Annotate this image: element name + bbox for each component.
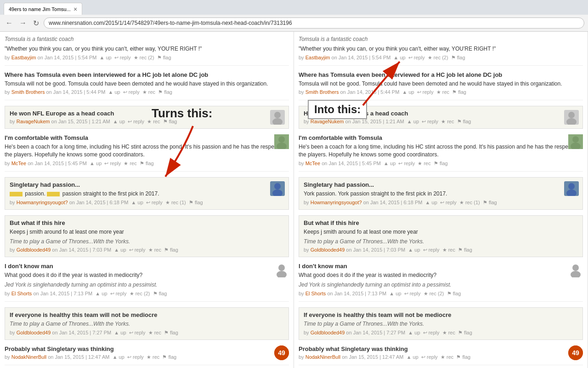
svg-point-7 bbox=[277, 271, 287, 277]
svg-point-3 bbox=[277, 143, 287, 149]
comment-title: He won NFL Europe as a head coach bbox=[304, 110, 578, 117]
comment-body: passion. passion straight to the first p… bbox=[10, 190, 284, 198]
comment-author[interactable]: McTee bbox=[305, 161, 320, 166]
list-item: But what if this hire Keeps j smith arou… bbox=[299, 215, 583, 258]
comment-meta: by NodakNinerBull on Jan 15, 2015 | 12:4… bbox=[5, 354, 289, 360]
comment-title: I'm comfortable with Tomsula bbox=[5, 134, 289, 141]
right-pane: Tomsula is a fantastic coach "Whether yo… bbox=[294, 32, 588, 368]
comment-author[interactable]: NodakNinerBull bbox=[305, 354, 340, 360]
comment-author[interactable]: Eastbayjim bbox=[11, 55, 36, 60]
list-item: Tomsula is a fantastic coach "Whether yo… bbox=[5, 35, 289, 66]
comment-author[interactable]: El Shorts bbox=[305, 291, 326, 296]
comment-meta: by McTee on Jan 14, 2015 | 5:45 PM ▲ up … bbox=[299, 161, 583, 167]
avatar bbox=[270, 181, 285, 196]
tab-close-button[interactable]: × bbox=[74, 6, 77, 13]
avatar bbox=[564, 181, 579, 196]
avatar: 49 bbox=[274, 345, 289, 360]
comment-author[interactable]: Howmanyringsyougot? bbox=[17, 200, 68, 205]
comment-meta: by McTee on Jan 14, 2015 | 5:45 PM ▲ up … bbox=[5, 161, 289, 167]
svg-point-6 bbox=[278, 264, 285, 271]
svg-point-13 bbox=[572, 136, 579, 143]
profanity-block bbox=[10, 192, 23, 196]
list-item: He won NFL Europe as a head coach by Rav… bbox=[299, 106, 583, 129]
comment-meta: by Eastbayjim on Jan 14, 2015 | 5:54 PM … bbox=[5, 55, 289, 61]
comment-author[interactable]: Goldblooded49 bbox=[311, 330, 345, 335]
comment-body-italic: Time to play a Game of Thrones...With th… bbox=[10, 320, 284, 328]
comment-body: What good does it do if the year is wast… bbox=[5, 271, 289, 279]
comment-title: But what if this hire bbox=[304, 219, 578, 226]
avatar: 49 bbox=[568, 345, 583, 360]
right-pane-wrapper: Tomsula is a fantastic coach "Whether yo… bbox=[294, 32, 588, 368]
comment-body-italic: Time to play a Game of Thrones...With th… bbox=[304, 238, 578, 246]
comment-author[interactable]: Goldblooded49 bbox=[17, 247, 51, 253]
comment-title: If everyone is healthy this team will no… bbox=[304, 311, 578, 318]
comment-meta: by El Shorts on Jan 14, 2015 | 7:13 PM ▲… bbox=[5, 291, 289, 297]
comment-title: Singletary had passion... bbox=[304, 181, 578, 188]
comment-body-italic: Time to play a Game of Thrones...With th… bbox=[10, 238, 284, 246]
list-item: 49 Probably what Singletary was thinking… bbox=[299, 345, 583, 365]
comment-title: Where has Tomsula even been interviewed … bbox=[299, 71, 583, 78]
browser-tab[interactable]: 49ers to name Jim Tomsu... × bbox=[4, 3, 82, 15]
comment-title: But what if this hire bbox=[10, 219, 284, 226]
tab-title: 49ers to name Jim Tomsu... bbox=[9, 6, 71, 12]
comment-meta: by Goldblooded49 on Jan 14, 2015 | 7:03 … bbox=[10, 247, 284, 253]
back-button[interactable]: ← bbox=[4, 18, 15, 28]
svg-point-15 bbox=[568, 183, 575, 190]
address-bar[interactable] bbox=[44, 17, 584, 29]
svg-point-5 bbox=[272, 190, 283, 196]
browser-chrome: 49ers to name Jim Tomsu... × ← → ↻ bbox=[0, 0, 588, 32]
forward-button[interactable]: → bbox=[17, 18, 28, 28]
comment-author[interactable]: RavageNukem bbox=[311, 119, 344, 124]
svg-point-17 bbox=[572, 264, 579, 271]
refresh-button[interactable]: ↻ bbox=[31, 18, 41, 29]
comment-meta: by Smith Brothers on Jan 14, 2015 | 5:44… bbox=[5, 89, 289, 95]
list-item: Where has Tomsula even been interviewed … bbox=[5, 71, 289, 101]
comment-title: Probably what Singletary was thinking bbox=[5, 345, 289, 352]
avatar bbox=[274, 134, 289, 149]
list-item: I'm comfortable with Tomsula He's been a… bbox=[299, 134, 583, 172]
comment-author[interactable]: Goldblooded49 bbox=[17, 330, 51, 335]
list-item: I'm comfortable with Tomsula He's been a… bbox=[5, 134, 289, 172]
svg-point-18 bbox=[571, 271, 581, 277]
comment-body: Tomsula will not be good. Tomsula could … bbox=[299, 80, 583, 88]
comment-author[interactable]: Howmanyringsyougot? bbox=[311, 200, 362, 205]
svg-point-11 bbox=[568, 112, 575, 118]
comment-title: I don't know man bbox=[5, 263, 289, 270]
comment-meta: by Goldblooded49 on Jan 14, 2015 | 7:03 … bbox=[304, 247, 578, 253]
comment-meta: by Howmanyringsyougot? on Jan 14, 2015 |… bbox=[304, 200, 578, 206]
comment-meta: by RavageNukem on Jan 15, 2015 | 1:21 AM… bbox=[304, 119, 578, 125]
comment-title: I don't know man bbox=[299, 263, 583, 270]
comment-author[interactable]: Smith Brothers bbox=[11, 89, 45, 95]
list-item: 49 Probably what Singletary was thinking… bbox=[5, 345, 289, 365]
list-item: He won NFL Europe as a head coach by Rav… bbox=[5, 106, 289, 129]
comment-quote: "Whether you think you can, or you think… bbox=[299, 45, 583, 53]
comment-author[interactable]: Eastbayjim bbox=[305, 55, 330, 60]
svg-point-12 bbox=[566, 118, 577, 125]
comment-body-italic: Jed York is singlehandedly turning an op… bbox=[5, 281, 289, 289]
profanity-block2 bbox=[47, 192, 60, 196]
comment-author[interactable]: NodakNinerBull bbox=[11, 354, 46, 360]
list-item: If everyone is healthy this team will no… bbox=[299, 307, 583, 340]
comment-meta: by NodakNinerBull on Jan 15, 2015 | 12:4… bbox=[299, 354, 583, 360]
avatar bbox=[274, 263, 289, 277]
comment-body: Tomsula is a fantastic coach bbox=[299, 35, 583, 43]
comment-body: He's been a coach for a long time, inclu… bbox=[5, 143, 289, 159]
avatar bbox=[270, 110, 285, 125]
svg-text:49: 49 bbox=[572, 349, 579, 356]
comment-author[interactable]: Smith Brothers bbox=[305, 89, 339, 95]
comment-title: Singletary had passion... bbox=[10, 181, 284, 188]
left-pane-wrapper: Tomsula is a fantastic coach "Whether yo… bbox=[0, 32, 294, 368]
comment-body-italic: Time to play a Game of Thrones...With th… bbox=[304, 320, 578, 328]
comment-meta: by Eastbayjim on Jan 14, 2015 | 5:54 PM … bbox=[299, 55, 583, 61]
tab-bar: 49ers to name Jim Tomsu... × bbox=[0, 0, 588, 15]
comment-title: Probably what Singletary was thinking bbox=[299, 345, 583, 352]
comment-author[interactable]: RavageNukem bbox=[17, 119, 50, 124]
comment-author[interactable]: Goldblooded49 bbox=[311, 247, 345, 253]
comment-meta: by Goldblooded49 on Jan 14, 2015 | 7:27 … bbox=[304, 330, 578, 336]
comment-title: Where has Tomsula even been interviewed … bbox=[5, 71, 289, 78]
comment-body: What good does it do if the year is wast… bbox=[299, 271, 583, 279]
list-item: I don't know man What good does it do if… bbox=[5, 263, 289, 302]
comment-author[interactable]: McTee bbox=[11, 161, 26, 166]
comment-author[interactable]: El Shorts bbox=[11, 291, 32, 296]
comment-body: Keeps j smith around fo at least one mor… bbox=[10, 228, 284, 236]
